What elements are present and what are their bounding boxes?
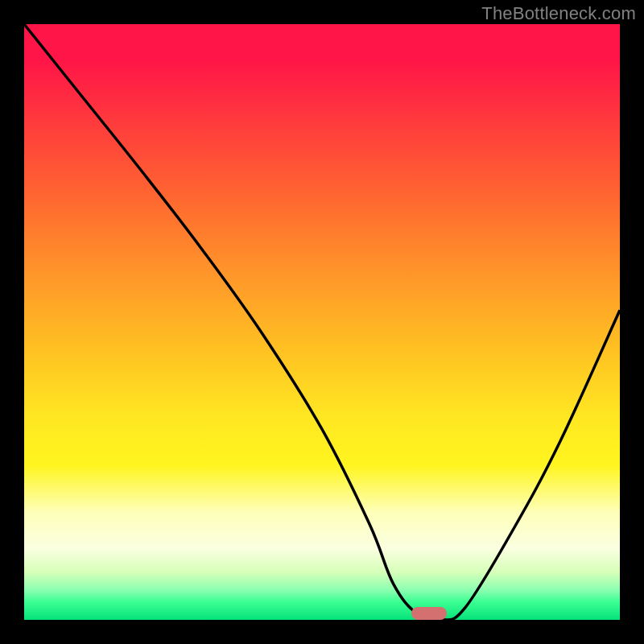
chart-frame: TheBottleneck.com (0, 0, 644, 644)
curve-path (24, 24, 620, 620)
bottleneck-curve (24, 24, 620, 620)
plot-area (24, 24, 620, 620)
optimum-marker (411, 607, 447, 620)
watermark-text: TheBottleneck.com (481, 3, 636, 24)
